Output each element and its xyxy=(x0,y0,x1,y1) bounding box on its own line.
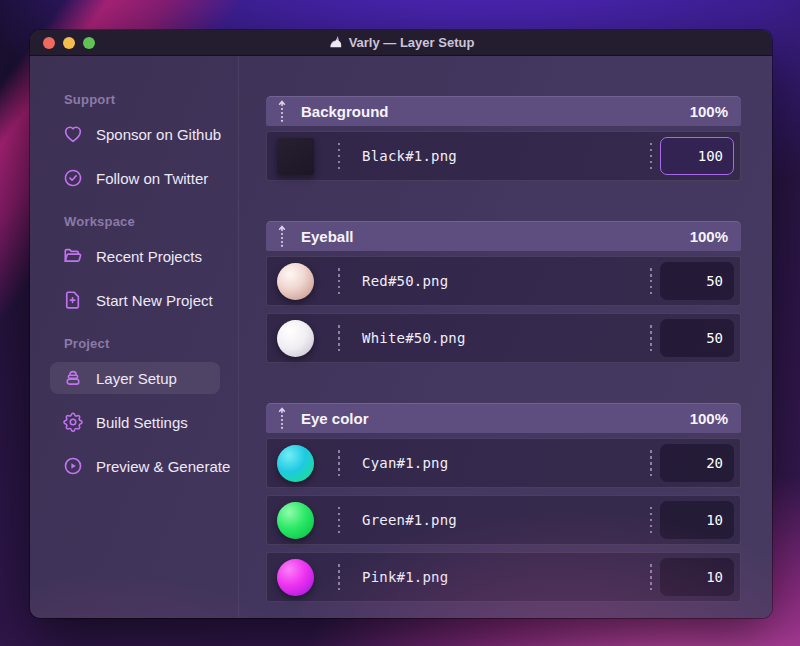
sidebar-section: Workspace Recent Projects Start New Proj… xyxy=(62,212,220,316)
sidebar-section: Project Layer Setup Build Settings Previ… xyxy=(62,334,220,482)
layer-filename: Cyan#1.png xyxy=(362,455,642,471)
sidebar-item-preview-generate[interactable]: Preview & Generate xyxy=(50,450,220,482)
badge-check-icon xyxy=(62,167,84,189)
sidebar-section-label: Workspace xyxy=(64,212,220,232)
drag-dots-icon[interactable] xyxy=(338,450,340,476)
layer-group: Eyeball 100% Red#50.png White#50.png xyxy=(266,221,741,363)
layer-weight-input[interactable] xyxy=(660,262,734,300)
drag-dots-icon[interactable] xyxy=(650,450,652,476)
layer-filename: Green#1.png xyxy=(362,512,642,528)
drag-dots-icon[interactable] xyxy=(338,143,340,169)
drag-dots-icon[interactable] xyxy=(650,507,652,533)
layer-filename: Red#50.png xyxy=(362,273,642,289)
layer-group-weight: 100% xyxy=(690,228,728,245)
drag-dots-icon[interactable] xyxy=(338,268,340,294)
folder-icon xyxy=(62,245,84,267)
drag-dots-icon[interactable] xyxy=(650,325,652,351)
layer-weight-input[interactable] xyxy=(660,501,734,539)
layer-group-title: Eyeball xyxy=(301,228,690,245)
drag-dots-icon[interactable] xyxy=(338,564,340,590)
layer-weight-input[interactable] xyxy=(660,319,734,357)
layer-setup-panel: Background 100% Black#1.png Eyeball 100% xyxy=(239,56,772,618)
sidebar-item-start-new-project[interactable]: Start New Project xyxy=(50,284,220,316)
sidebar-item-recent-projects[interactable]: Recent Projects xyxy=(50,240,220,272)
layer-row[interactable]: Pink#1.png xyxy=(266,552,741,602)
titlebar[interactable]: Varly — Layer Setup xyxy=(30,30,772,56)
layer-weight-input[interactable] xyxy=(660,137,734,175)
sidebar-section: Support Sponsor on Github Follow on Twit… xyxy=(62,90,220,194)
drag-handle-icon[interactable] xyxy=(277,225,287,247)
pink-sphere-thumbnail xyxy=(277,559,314,596)
layer-group-title: Eye color xyxy=(301,410,690,427)
play-circle-icon xyxy=(62,455,84,477)
heart-icon xyxy=(62,123,84,145)
layer-group-header[interactable]: Eyeball 100% xyxy=(266,221,741,251)
white-sphere-thumbnail xyxy=(277,320,314,357)
layer-filename: White#50.png xyxy=(362,330,642,346)
sidebar-item-layer-setup[interactable]: Layer Setup xyxy=(50,362,220,394)
unicorn-icon xyxy=(328,35,343,50)
layer-group-title: Background xyxy=(301,103,690,120)
red-sphere-thumbnail xyxy=(277,263,314,300)
layer-row[interactable]: White#50.png xyxy=(266,313,741,363)
layer-group-weight: 100% xyxy=(690,410,728,427)
sidebar-section-label: Support xyxy=(64,90,220,110)
layer-group: Background 100% Black#1.png xyxy=(266,96,741,181)
layer-row[interactable]: Green#1.png xyxy=(266,495,741,545)
layer-filename: Black#1.png xyxy=(362,148,642,164)
sidebar-item-sponsor-on-github[interactable]: Sponsor on Github xyxy=(50,118,220,150)
app-window: Varly — Layer Setup Support Sponsor on G… xyxy=(30,30,772,618)
sidebar-item-label: Recent Projects xyxy=(96,248,202,265)
sidebar-item-label: Layer Setup xyxy=(96,370,177,387)
sidebar-item-build-settings[interactable]: Build Settings xyxy=(50,406,220,438)
layer-weight-input[interactable] xyxy=(660,444,734,482)
layer-group-weight: 100% xyxy=(690,103,728,120)
drag-handle-icon[interactable] xyxy=(277,100,287,122)
layer-weight-input[interactable] xyxy=(660,558,734,596)
layer-group: Eye color 100% Cyan#1.png Green#1.png Pi… xyxy=(266,403,741,602)
sidebar: Support Sponsor on Github Follow on Twit… xyxy=(30,56,239,618)
gear-icon xyxy=(62,411,84,433)
window-body: Support Sponsor on Github Follow on Twit… xyxy=(30,56,772,618)
layer-group-header[interactable]: Eye color 100% xyxy=(266,403,741,433)
layers-icon xyxy=(62,367,84,389)
layer-row[interactable]: Cyan#1.png xyxy=(266,438,741,488)
sidebar-item-label: Start New Project xyxy=(96,292,213,309)
layer-filename: Pink#1.png xyxy=(362,569,642,585)
sidebar-section-label: Project xyxy=(64,334,220,354)
black-square-thumbnail xyxy=(277,138,314,175)
window-title: Varly — Layer Setup xyxy=(30,35,772,50)
layer-group-header[interactable]: Background 100% xyxy=(266,96,741,126)
layer-row[interactable]: Black#1.png xyxy=(266,131,741,181)
layer-row[interactable]: Red#50.png xyxy=(266,256,741,306)
document-add-icon xyxy=(62,289,84,311)
cyan-sphere-thumbnail xyxy=(277,445,314,482)
sidebar-item-label: Sponsor on Github xyxy=(96,126,221,143)
drag-dots-icon[interactable] xyxy=(650,268,652,294)
green-sphere-thumbnail xyxy=(277,502,314,539)
drag-dots-icon[interactable] xyxy=(338,325,340,351)
drag-dots-icon[interactable] xyxy=(650,143,652,169)
drag-dots-icon[interactable] xyxy=(650,564,652,590)
window-title-text: Varly — Layer Setup xyxy=(349,35,475,50)
sidebar-item-label: Follow on Twitter xyxy=(96,170,208,187)
drag-dots-icon[interactable] xyxy=(338,507,340,533)
sidebar-item-label: Build Settings xyxy=(96,414,188,431)
sidebar-item-label: Preview & Generate xyxy=(96,458,230,475)
sidebar-item-follow-on-twitter[interactable]: Follow on Twitter xyxy=(50,162,220,194)
drag-handle-icon[interactable] xyxy=(277,407,287,429)
